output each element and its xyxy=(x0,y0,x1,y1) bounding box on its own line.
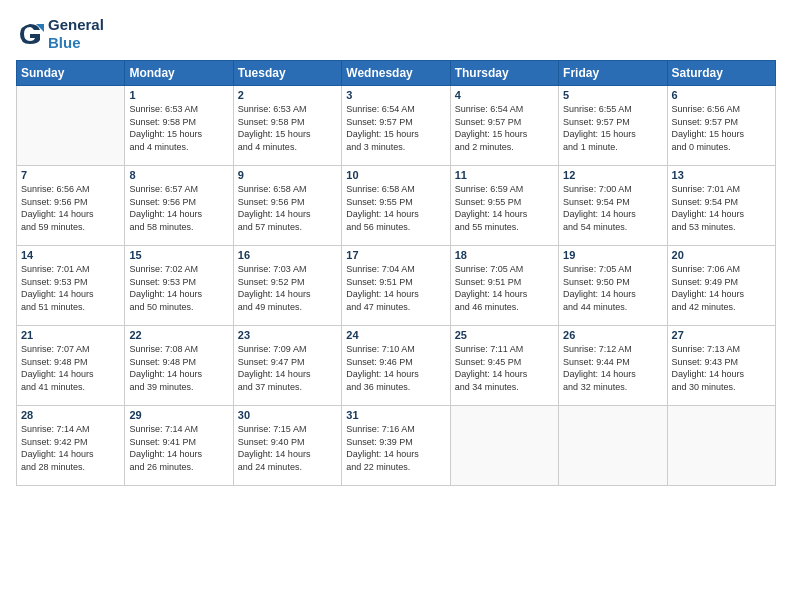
day-info: Sunrise: 7:13 AM Sunset: 9:43 PM Dayligh… xyxy=(672,343,771,393)
day-number: 12 xyxy=(563,169,662,181)
day-info: Sunrise: 7:16 AM Sunset: 9:39 PM Dayligh… xyxy=(346,423,445,473)
day-info: Sunrise: 7:03 AM Sunset: 9:52 PM Dayligh… xyxy=(238,263,337,313)
calendar-cell: 13Sunrise: 7:01 AM Sunset: 9:54 PM Dayli… xyxy=(667,166,775,246)
calendar-table: SundayMondayTuesdayWednesdayThursdayFrid… xyxy=(16,60,776,486)
day-number: 9 xyxy=(238,169,337,181)
day-number: 30 xyxy=(238,409,337,421)
day-number: 17 xyxy=(346,249,445,261)
day-info: Sunrise: 7:05 AM Sunset: 9:51 PM Dayligh… xyxy=(455,263,554,313)
day-number: 14 xyxy=(21,249,120,261)
day-number: 2 xyxy=(238,89,337,101)
calendar-week-2: 7Sunrise: 6:56 AM Sunset: 9:56 PM Daylig… xyxy=(17,166,776,246)
day-number: 29 xyxy=(129,409,228,421)
weekday-saturday: Saturday xyxy=(667,61,775,86)
day-number: 20 xyxy=(672,249,771,261)
day-info: Sunrise: 7:14 AM Sunset: 9:41 PM Dayligh… xyxy=(129,423,228,473)
day-number: 24 xyxy=(346,329,445,341)
weekday-header-row: SundayMondayTuesdayWednesdayThursdayFrid… xyxy=(17,61,776,86)
calendar-cell xyxy=(450,406,558,486)
day-info: Sunrise: 7:10 AM Sunset: 9:46 PM Dayligh… xyxy=(346,343,445,393)
day-info: Sunrise: 7:02 AM Sunset: 9:53 PM Dayligh… xyxy=(129,263,228,313)
calendar-cell: 11Sunrise: 6:59 AM Sunset: 9:55 PM Dayli… xyxy=(450,166,558,246)
day-info: Sunrise: 6:58 AM Sunset: 9:55 PM Dayligh… xyxy=(346,183,445,233)
calendar-cell xyxy=(17,86,125,166)
calendar-cell: 27Sunrise: 7:13 AM Sunset: 9:43 PM Dayli… xyxy=(667,326,775,406)
calendar-cell: 23Sunrise: 7:09 AM Sunset: 9:47 PM Dayli… xyxy=(233,326,341,406)
day-number: 13 xyxy=(672,169,771,181)
day-info: Sunrise: 6:58 AM Sunset: 9:56 PM Dayligh… xyxy=(238,183,337,233)
calendar-cell: 20Sunrise: 7:06 AM Sunset: 9:49 PM Dayli… xyxy=(667,246,775,326)
weekday-tuesday: Tuesday xyxy=(233,61,341,86)
day-info: Sunrise: 6:56 AM Sunset: 9:56 PM Dayligh… xyxy=(21,183,120,233)
calendar-cell: 6Sunrise: 6:56 AM Sunset: 9:57 PM Daylig… xyxy=(667,86,775,166)
calendar-cell: 29Sunrise: 7:14 AM Sunset: 9:41 PM Dayli… xyxy=(125,406,233,486)
day-info: Sunrise: 6:54 AM Sunset: 9:57 PM Dayligh… xyxy=(346,103,445,153)
calendar-week-4: 21Sunrise: 7:07 AM Sunset: 9:48 PM Dayli… xyxy=(17,326,776,406)
day-number: 8 xyxy=(129,169,228,181)
weekday-wednesday: Wednesday xyxy=(342,61,450,86)
calendar-cell: 2Sunrise: 6:53 AM Sunset: 9:58 PM Daylig… xyxy=(233,86,341,166)
day-number: 11 xyxy=(455,169,554,181)
calendar-cell: 17Sunrise: 7:04 AM Sunset: 9:51 PM Dayli… xyxy=(342,246,450,326)
calendar-cell: 26Sunrise: 7:12 AM Sunset: 9:44 PM Dayli… xyxy=(559,326,667,406)
weekday-sunday: Sunday xyxy=(17,61,125,86)
calendar-cell: 22Sunrise: 7:08 AM Sunset: 9:48 PM Dayli… xyxy=(125,326,233,406)
day-info: Sunrise: 6:54 AM Sunset: 9:57 PM Dayligh… xyxy=(455,103,554,153)
calendar-week-1: 1Sunrise: 6:53 AM Sunset: 9:58 PM Daylig… xyxy=(17,86,776,166)
day-number: 23 xyxy=(238,329,337,341)
day-info: Sunrise: 7:14 AM Sunset: 9:42 PM Dayligh… xyxy=(21,423,120,473)
page-header: General Blue xyxy=(16,16,776,52)
calendar-cell: 30Sunrise: 7:15 AM Sunset: 9:40 PM Dayli… xyxy=(233,406,341,486)
day-info: Sunrise: 6:56 AM Sunset: 9:57 PM Dayligh… xyxy=(672,103,771,153)
calendar-cell: 7Sunrise: 6:56 AM Sunset: 9:56 PM Daylig… xyxy=(17,166,125,246)
weekday-thursday: Thursday xyxy=(450,61,558,86)
day-number: 10 xyxy=(346,169,445,181)
day-number: 4 xyxy=(455,89,554,101)
calendar-cell: 14Sunrise: 7:01 AM Sunset: 9:53 PM Dayli… xyxy=(17,246,125,326)
day-info: Sunrise: 7:09 AM Sunset: 9:47 PM Dayligh… xyxy=(238,343,337,393)
day-number: 31 xyxy=(346,409,445,421)
day-info: Sunrise: 7:07 AM Sunset: 9:48 PM Dayligh… xyxy=(21,343,120,393)
day-info: Sunrise: 7:05 AM Sunset: 9:50 PM Dayligh… xyxy=(563,263,662,313)
calendar-cell: 18Sunrise: 7:05 AM Sunset: 9:51 PM Dayli… xyxy=(450,246,558,326)
day-number: 7 xyxy=(21,169,120,181)
logo-text: General Blue xyxy=(48,16,104,52)
day-number: 26 xyxy=(563,329,662,341)
calendar-week-3: 14Sunrise: 7:01 AM Sunset: 9:53 PM Dayli… xyxy=(17,246,776,326)
calendar-cell: 4Sunrise: 6:54 AM Sunset: 9:57 PM Daylig… xyxy=(450,86,558,166)
calendar-cell: 21Sunrise: 7:07 AM Sunset: 9:48 PM Dayli… xyxy=(17,326,125,406)
day-info: Sunrise: 7:12 AM Sunset: 9:44 PM Dayligh… xyxy=(563,343,662,393)
day-info: Sunrise: 7:00 AM Sunset: 9:54 PM Dayligh… xyxy=(563,183,662,233)
day-info: Sunrise: 7:01 AM Sunset: 9:54 PM Dayligh… xyxy=(672,183,771,233)
day-number: 27 xyxy=(672,329,771,341)
day-number: 18 xyxy=(455,249,554,261)
calendar-cell: 1Sunrise: 6:53 AM Sunset: 9:58 PM Daylig… xyxy=(125,86,233,166)
calendar-cell: 25Sunrise: 7:11 AM Sunset: 9:45 PM Dayli… xyxy=(450,326,558,406)
day-info: Sunrise: 7:15 AM Sunset: 9:40 PM Dayligh… xyxy=(238,423,337,473)
day-number: 19 xyxy=(563,249,662,261)
day-info: Sunrise: 7:04 AM Sunset: 9:51 PM Dayligh… xyxy=(346,263,445,313)
day-info: Sunrise: 6:53 AM Sunset: 9:58 PM Dayligh… xyxy=(238,103,337,153)
calendar-week-5: 28Sunrise: 7:14 AM Sunset: 9:42 PM Dayli… xyxy=(17,406,776,486)
day-number: 22 xyxy=(129,329,228,341)
day-info: Sunrise: 6:55 AM Sunset: 9:57 PM Dayligh… xyxy=(563,103,662,153)
calendar-cell: 28Sunrise: 7:14 AM Sunset: 9:42 PM Dayli… xyxy=(17,406,125,486)
calendar-cell: 19Sunrise: 7:05 AM Sunset: 9:50 PM Dayli… xyxy=(559,246,667,326)
day-number: 6 xyxy=(672,89,771,101)
weekday-monday: Monday xyxy=(125,61,233,86)
day-number: 25 xyxy=(455,329,554,341)
logo-icon xyxy=(16,20,44,48)
day-info: Sunrise: 6:59 AM Sunset: 9:55 PM Dayligh… xyxy=(455,183,554,233)
day-info: Sunrise: 7:01 AM Sunset: 9:53 PM Dayligh… xyxy=(21,263,120,313)
day-info: Sunrise: 6:53 AM Sunset: 9:58 PM Dayligh… xyxy=(129,103,228,153)
calendar-cell: 5Sunrise: 6:55 AM Sunset: 9:57 PM Daylig… xyxy=(559,86,667,166)
calendar-cell: 3Sunrise: 6:54 AM Sunset: 9:57 PM Daylig… xyxy=(342,86,450,166)
calendar-cell: 15Sunrise: 7:02 AM Sunset: 9:53 PM Dayli… xyxy=(125,246,233,326)
day-number: 21 xyxy=(21,329,120,341)
logo: General Blue xyxy=(16,16,104,52)
calendar-cell: 12Sunrise: 7:00 AM Sunset: 9:54 PM Dayli… xyxy=(559,166,667,246)
calendar-cell: 16Sunrise: 7:03 AM Sunset: 9:52 PM Dayli… xyxy=(233,246,341,326)
calendar-cell xyxy=(667,406,775,486)
day-info: Sunrise: 7:06 AM Sunset: 9:49 PM Dayligh… xyxy=(672,263,771,313)
day-number: 1 xyxy=(129,89,228,101)
